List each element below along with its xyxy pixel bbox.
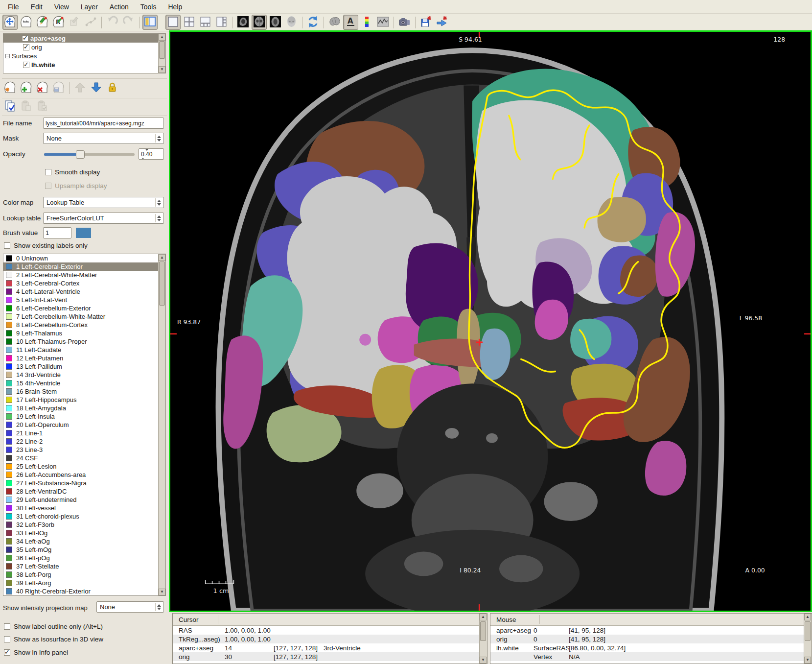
label-list-item[interactable]: 6 Left-Cerebellum-Exterior [3, 304, 165, 312]
opacity-slider-handle[interactable] [76, 150, 85, 159]
label-list-item[interactable]: 13 Left-Pallidum [3, 362, 165, 371]
label-list-item[interactable]: 26 Left-Accumbens-area [3, 471, 165, 479]
menu-edit[interactable]: Edit [25, 1, 48, 13]
layer-tree[interactable]: aparc+asegorig–Surfaceslh.white ▲ ▼ [3, 33, 166, 73]
label-list-item[interactable]: 19 Left-Insula [3, 412, 165, 421]
label-list-item[interactable]: 18 Left-Amygdala [3, 404, 165, 412]
mouse-panel-header[interactable]: Mouse [490, 614, 812, 626]
label-list-item[interactable]: 4 Left-Lateral-Ventricle [3, 287, 165, 296]
label-list-item[interactable]: 40 Right-Cerebral-Exterior [3, 587, 165, 595]
label-list-item[interactable]: 11 Left-Caudate [3, 346, 165, 354]
lookup-table-combo[interactable]: FreeSurferColorLUT [43, 213, 164, 224]
label-list-item[interactable]: 25 Left-Lesion [3, 462, 165, 471]
color-map-combo[interactable]: Lookup Table [43, 197, 164, 208]
tree-collapse-icon[interactable]: – [5, 54, 10, 58]
scroll-down-icon[interactable]: ▼ [804, 657, 811, 664]
label-list-item[interactable]: 33 Left-lOg [3, 529, 165, 537]
label-list-item[interactable]: 35 Left-mOg [3, 545, 165, 554]
timecourse-button[interactable] [375, 15, 391, 30]
label-list-scrollbar[interactable]: ▲ ▼ [158, 254, 165, 595]
scroll-up-icon[interactable]: ▲ [159, 254, 165, 261]
label-list-item[interactable]: 32 Left-F3orb [3, 521, 165, 529]
cursor-panel-scrollbar[interactable]: ▲ ▼ [479, 614, 487, 664]
view-sagittal-button[interactable] [235, 15, 251, 30]
screenshot-button[interactable] [397, 15, 412, 30]
measure-button[interactable] [19, 15, 34, 30]
lock-layer-button[interactable] [105, 80, 120, 95]
layer-item-aparc-aseg[interactable]: aparc+aseg [3, 34, 165, 43]
label-list-item[interactable]: 21 Line-1 [3, 429, 165, 437]
label-list-item[interactable]: 22 Line-2 [3, 437, 165, 446]
label-list[interactable]: 0 Unknown1 Left-Cerebral-Exterior2 Left-… [3, 254, 166, 596]
scroll-up-icon[interactable]: ▲ [480, 614, 487, 620]
scroll-up-icon[interactable]: ▲ [804, 614, 811, 620]
show-existing-labels-checkbox[interactable]: Show existing labels only [4, 242, 88, 249]
view-axial-button[interactable] [268, 15, 283, 30]
coronal-view[interactable]: 1 cm S 94.61 128 R 93.87 L 96.58 I 80.24… [169, 30, 812, 612]
scroll-down-icon[interactable]: ▼ [159, 589, 165, 595]
new-volume-button[interactable] [2, 80, 18, 95]
label-list-item[interactable]: 12 Left-Putamen [3, 354, 165, 362]
colorbar-button[interactable] [359, 15, 374, 30]
label-list-item[interactable]: 8 Left-Cerebellum-Cortex [3, 321, 165, 329]
layout-2x2-button[interactable] [182, 15, 197, 30]
menu-layer[interactable]: Layer [75, 1, 104, 13]
navigate-button[interactable] [2, 15, 18, 30]
checkbox-show-in-info-panel[interactable]: Show in Info panel [4, 649, 68, 656]
label-list-item[interactable]: 3 Left-Cerebral-Cortex [3, 279, 165, 287]
label-list-item[interactable]: 37 Left-Stellate [3, 562, 165, 570]
label-list-item[interactable]: 15 4th-Ventricle [3, 379, 165, 387]
load-volume-button[interactable] [19, 80, 34, 95]
opacity-slider-track[interactable] [44, 153, 135, 156]
layer-item-orig[interactable]: orig [3, 43, 165, 51]
layer-item-lh-white[interactable]: lh.white [3, 60, 165, 69]
label-list-item[interactable]: 34 Left-aOg [3, 537, 165, 545]
layer-tree-scrollbar[interactable]: ▲ ▼ [158, 34, 165, 73]
checkbox-show-label-outline-only[interactable]: Show label outline only (Alt+L) [4, 623, 103, 630]
cursor-panel-header[interactable]: Cursor [173, 614, 487, 626]
label-list-item[interactable]: 38 Left-Porg [3, 570, 165, 579]
scroll-down-icon[interactable]: ▼ [159, 66, 165, 73]
label-list-item[interactable]: 5 Left-Inf-Lat-Vent [3, 296, 165, 304]
mouse-panel-scrollbar[interactable]: ▲ ▼ [804, 614, 812, 664]
move-layer-down-button[interactable] [89, 80, 104, 95]
label-list-item[interactable]: 2 Left-Cerebral-White-Matter [3, 271, 165, 279]
label-list-item[interactable]: 30 Left-vessel [3, 504, 165, 512]
file-name-input[interactable]: lysis_tutorial/004/mri/aparc+aseg.mgz [43, 118, 164, 129]
menu-tools[interactable]: Tools [135, 1, 162, 13]
brain-button[interactable] [327, 15, 342, 30]
mask-combo[interactable]: None [43, 133, 164, 144]
smooth-display-checkbox[interactable]: Smooth display [45, 168, 100, 176]
label-list-item[interactable]: 7 Left-Cerebellum-White-Matter [3, 312, 165, 321]
label-list-item[interactable]: 28 Left-VentralDC [3, 487, 165, 496]
label-list-item[interactable]: 39 Left-Aorg [3, 579, 165, 587]
label-list-item[interactable]: 0 Unknown [3, 254, 165, 262]
goto-point-button[interactable] [435, 15, 450, 30]
opacity-spinbox[interactable]: 0.40 [139, 148, 164, 160]
voxel-edit-button[interactable] [35, 15, 50, 30]
label-list-item[interactable]: 9 Left-Thalamus [3, 329, 165, 337]
save-point-button[interactable] [418, 15, 434, 30]
label-list-item[interactable]: 1 Left-Cerebral-Exterior [3, 262, 165, 271]
layer-visibility-checkbox[interactable] [23, 62, 29, 68]
menu-view[interactable]: View [48, 1, 75, 13]
brush-value-input[interactable]: 1 [43, 227, 71, 238]
layout-1x1-button[interactable] [165, 15, 181, 30]
intensity-projection-combo[interactable]: None [96, 601, 164, 613]
layout-1x3-button[interactable] [198, 15, 213, 30]
panel-toggle-button[interactable] [142, 15, 158, 30]
view-3d-button[interactable] [284, 15, 299, 30]
label-list-item[interactable]: 17 Left-Hippocampus [3, 396, 165, 404]
layer-visibility-checkbox[interactable] [23, 44, 29, 50]
layout-1x3h-button[interactable] [214, 15, 229, 30]
menu-file[interactable]: File [2, 1, 25, 13]
layer-visibility-checkbox[interactable] [22, 35, 28, 42]
label-list-item[interactable]: 16 Brain-Stem [3, 387, 165, 396]
label-list-item[interactable]: 29 Left-undetermined [3, 496, 165, 504]
label-list-item[interactable]: 10 Left-Thalamus-Proper [3, 337, 165, 346]
label-list-item[interactable]: 36 Left-pOg [3, 554, 165, 562]
label-list-item[interactable]: 23 Line-3 [3, 446, 165, 454]
close-volume-button[interactable] [35, 80, 50, 95]
layer-item-surfaces[interactable]: –Surfaces [3, 51, 165, 60]
refresh-button[interactable] [305, 15, 321, 30]
